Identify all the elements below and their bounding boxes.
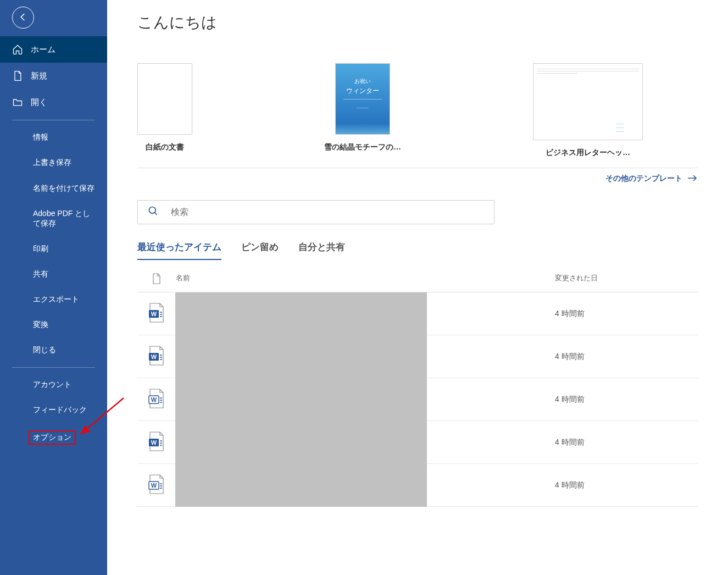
list-item-date: 4 時間前 [555,309,698,319]
tab-pinned[interactable]: ピン留め [241,241,279,260]
list-item[interactable]: W 4 時間前 [137,335,698,378]
sidebar-item-print[interactable]: 印刷 [0,236,107,262]
list-item-date: 4 時間前 [555,438,698,447]
document-icon [137,273,176,284]
sidebar-item-save[interactable]: 上書き保存 [0,150,107,175]
divider [137,168,698,168]
search-input[interactable] [171,207,484,217]
sidebar-item-home[interactable]: ホーム [0,36,107,63]
redacted-name [175,378,427,421]
main-content: こんにちは 白紙の文書 お祝い ウィンター ───── 雪の結晶モチーフの… ─… [107,0,728,575]
sidebar-item-share[interactable]: 共有 [0,262,107,287]
home-icon [12,44,23,55]
sidebar: ホーム 新規 開く 情報 上書き保存 名前を付けて保存 Adobe PDF とし… [0,0,107,575]
page-title: こんにちは [137,12,698,33]
svg-text:W: W [151,482,157,489]
search-icon [148,206,171,219]
template-thumb-letterhead-icon: ──────────── [533,63,643,140]
list-item[interactable]: W 4 時間前 [137,464,698,507]
svg-text:W: W [151,311,157,317]
column-date[interactable]: 変更された日 [555,273,698,284]
sidebar-item-info[interactable]: 情報 [0,125,107,150]
sidebar-item-options[interactable]: オプション [0,423,107,452]
list-header: 名前 変更された日 [137,266,698,292]
folder-open-icon [12,97,23,108]
template-letterhead[interactable]: ──────────── ビジネス用レターヘッ… [533,63,643,158]
tabs: 最近使ったアイテム ピン留め 自分と共有 [137,241,698,260]
new-document-icon [12,70,23,81]
word-document-legacy-icon: W [148,388,165,411]
annotation-highlight-box: オプション [29,430,76,445]
template-label: ビジネス用レターヘッ… [546,148,630,158]
list-item[interactable]: W 4 時間前 [137,421,698,464]
template-thumb-snowflake-icon: お祝い ウィンター ───── [335,63,390,135]
sidebar-divider [12,120,95,120]
tab-shared[interactable]: 自分と共有 [298,241,345,260]
word-document-icon: W [148,431,165,454]
templates-row: 白紙の文書 お祝い ウィンター ───── 雪の結晶モチーフの… ───────… [137,63,698,158]
sidebar-divider [12,367,95,368]
sidebar-item-label: 新規 [31,71,47,81]
redacted-name [175,464,427,507]
sidebar-item-open[interactable]: 開く [0,89,107,115]
sidebar-item-export[interactable]: エクスポート [0,287,107,312]
back-arrow-icon [18,12,28,24]
sidebar-item-save-as[interactable]: 名前を付けて保存 [0,175,107,201]
arrow-right-icon [687,174,698,184]
svg-text:W: W [151,353,157,360]
template-snowflake[interactable]: お祝い ウィンター ───── 雪の結晶モチーフの… [324,63,401,158]
word-document-icon: W [148,302,165,325]
word-document-legacy-icon: W [148,474,165,497]
redacted-name [175,292,427,335]
svg-text:W: W [151,439,157,446]
sidebar-item-transform[interactable]: 変換 [0,312,107,338]
svg-text:W: W [151,396,157,403]
sidebar-item-feedback[interactable]: フィードバック [0,397,107,423]
sidebar-item-save-adobe-pdf[interactable]: Adobe PDF として保存 [0,201,107,236]
search-box[interactable] [137,200,494,224]
template-label: 白紙の文書 [146,142,184,152]
redacted-name [175,421,427,464]
svg-point-1 [149,207,156,214]
sidebar-item-label: ホーム [31,45,55,55]
column-name[interactable]: 名前 [176,273,555,284]
list-item-date: 4 時間前 [555,395,698,405]
sidebar-item-account[interactable]: アカウント [0,372,107,397]
more-templates-link[interactable]: その他のテンプレート [137,174,698,184]
sidebar-item-close[interactable]: 閉じる [0,338,107,363]
list-item-date: 4 時間前 [555,352,698,362]
list-item[interactable]: W 4 時間前 [137,292,698,335]
template-blank[interactable]: 白紙の文書 [137,63,192,158]
back-button[interactable] [12,7,34,29]
template-thumb-blank-icon [137,63,192,135]
list-item-date: 4 時間前 [555,480,698,490]
sidebar-item-new[interactable]: 新規 [0,63,107,89]
sidebar-item-label: 開く [31,97,47,108]
redacted-name [175,335,427,378]
template-label: 雪の結晶モチーフの… [324,142,401,152]
list-item[interactable]: W 4 時間前 [137,378,698,421]
tab-recent[interactable]: 最近使ったアイテム [137,241,221,260]
word-document-icon: W [148,345,165,368]
